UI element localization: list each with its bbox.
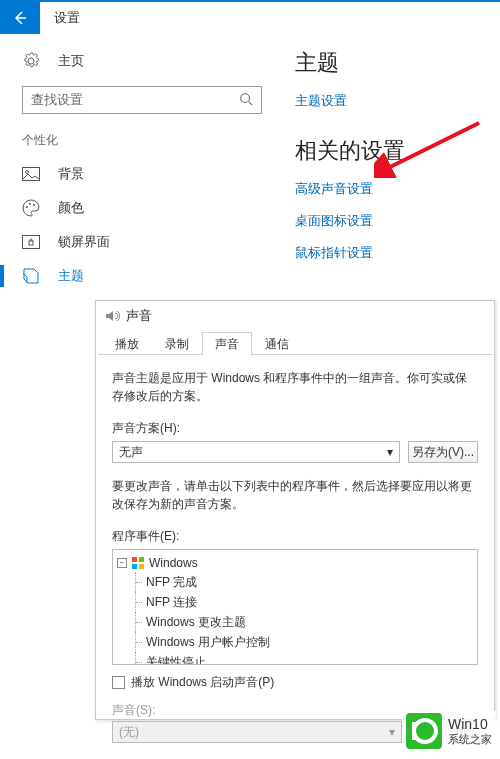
scheme-label: 声音方案(H):	[112, 419, 478, 437]
search-input[interactable]: 查找设置	[22, 86, 262, 114]
tree-children: NFP 完成 NFP 连接 Windows 更改主题 Windows 用户帐户控…	[135, 572, 473, 665]
tab-communications[interactable]: 通信	[252, 332, 302, 355]
svg-point-0	[241, 93, 250, 102]
watermark-brand: Win10	[448, 716, 492, 733]
save-as-button[interactable]: 另存为(V)...	[408, 441, 478, 463]
tree-root[interactable]: − Windows	[117, 554, 473, 572]
watermark: Win10 系统之家	[402, 711, 496, 751]
palette-icon	[22, 199, 40, 217]
image-icon	[22, 165, 40, 183]
tab-strip: 播放 录制 声音 通信	[96, 331, 494, 355]
sound-file-dropdown: (无) ▾	[112, 721, 402, 743]
chevron-down-icon: ▾	[389, 723, 395, 741]
dialog-titlebar: 声音	[96, 301, 494, 331]
svg-rect-6	[23, 236, 40, 249]
startup-sound-checkbox-row[interactable]: 播放 Windows 启动声音(P)	[112, 673, 478, 691]
nav-label: 背景	[58, 165, 84, 183]
checkbox-icon[interactable]	[112, 676, 125, 689]
sidebar-item-lockscreen[interactable]: 锁屏界面	[22, 225, 275, 259]
svg-rect-13	[139, 564, 144, 569]
event-item[interactable]: NFP 连接	[135, 592, 473, 612]
section-heading-related: 相关的设置	[295, 136, 500, 166]
settings-header: 设置	[0, 2, 500, 34]
sound-description: 声音主题是应用于 Windows 和程序事件中的一组声音。你可实或保存修改后的方…	[112, 369, 478, 405]
gear-icon	[22, 52, 40, 70]
watermark-site: 系统之家	[448, 733, 492, 745]
event-item[interactable]: 关键性停止	[135, 652, 473, 665]
section-heading-themes: 主题	[295, 48, 500, 78]
svg-point-2	[26, 171, 29, 174]
settings-window: 设置 主页 查找设置 个性化 背景 颜色	[0, 0, 500, 282]
category-label: 个性化	[22, 132, 275, 149]
link-mouse-pointer[interactable]: 鼠标指针设置	[295, 244, 500, 262]
startup-checkbox-label: 播放 Windows 启动声音(P)	[131, 673, 274, 691]
events-label: 程序事件(E):	[112, 527, 478, 545]
svg-rect-10	[132, 557, 137, 562]
tree-collapse-icon[interactable]: −	[117, 558, 127, 568]
chevron-down-icon: ▾	[387, 443, 393, 461]
events-listbox[interactable]: − Windows NFP 完成 NFP 连接 Windows 更改主题 Win…	[112, 549, 478, 665]
change-description: 要更改声音，请单击以下列表中的程序事件，然后选择要应用以将更改保存为新的声音方案…	[112, 477, 478, 513]
search-placeholder: 查找设置	[31, 91, 83, 109]
svg-rect-12	[132, 564, 137, 569]
nav-label: 锁屏界面	[58, 233, 110, 251]
sidebar-item-colors[interactable]: 颜色	[22, 191, 275, 225]
search-icon	[239, 92, 253, 109]
link-advanced-sound[interactable]: 高级声音设置	[295, 180, 500, 198]
watermark-text: Win10 系统之家	[448, 716, 492, 746]
settings-content: 主题 主题设置 相关的设置 高级声音设置 桌面图标设置 鼠标指针设置	[275, 44, 500, 293]
sound-file-value: (无)	[119, 723, 139, 741]
watermark-logo	[406, 713, 442, 749]
svg-point-4	[29, 203, 31, 205]
home-label: 主页	[58, 52, 84, 70]
lock-icon	[22, 233, 40, 251]
settings-body: 主页 查找设置 个性化 背景 颜色 锁屏界面	[0, 34, 500, 293]
scheme-value: 无声	[119, 443, 143, 461]
sound-dialog: 声音 播放 录制 声音 通信 声音主题是应用于 Windows 和程序事件中的一…	[95, 300, 495, 720]
nav-label: 颜色	[58, 199, 84, 217]
svg-point-5	[33, 204, 35, 206]
event-item[interactable]: Windows 用户帐户控制	[135, 632, 473, 652]
sidebar-item-background[interactable]: 背景	[22, 157, 275, 191]
tree-root-label: Windows	[149, 554, 198, 572]
back-button[interactable]	[0, 2, 40, 34]
windows-icon	[131, 556, 145, 570]
dialog-title-text: 声音	[126, 307, 152, 325]
scheme-dropdown[interactable]: 无声 ▾	[112, 441, 400, 463]
link-theme-settings[interactable]: 主题设置	[295, 92, 500, 110]
nav-label: 主题	[58, 267, 84, 285]
theme-icon	[22, 267, 40, 285]
svg-rect-11	[139, 557, 144, 562]
home-nav[interactable]: 主页	[22, 44, 275, 78]
tab-sounds[interactable]: 声音	[202, 332, 252, 356]
tab-recording[interactable]: 录制	[152, 332, 202, 355]
window-title: 设置	[54, 9, 80, 27]
sidebar-item-themes[interactable]: 主题	[22, 259, 275, 293]
link-desktop-icons[interactable]: 桌面图标设置	[295, 212, 500, 230]
arrow-left-icon	[12, 10, 28, 26]
tab-playback[interactable]: 播放	[102, 332, 152, 355]
dialog-content: 声音主题是应用于 Windows 和程序事件中的一组声音。你可实或保存修改后的方…	[96, 355, 494, 757]
settings-sidebar: 主页 查找设置 个性化 背景 颜色 锁屏界面	[0, 44, 275, 293]
event-item[interactable]: NFP 完成	[135, 572, 473, 592]
svg-rect-7	[29, 241, 33, 245]
svg-rect-1	[23, 168, 40, 181]
svg-point-3	[26, 206, 28, 208]
event-item[interactable]: Windows 更改主题	[135, 612, 473, 632]
speaker-icon	[104, 308, 120, 324]
